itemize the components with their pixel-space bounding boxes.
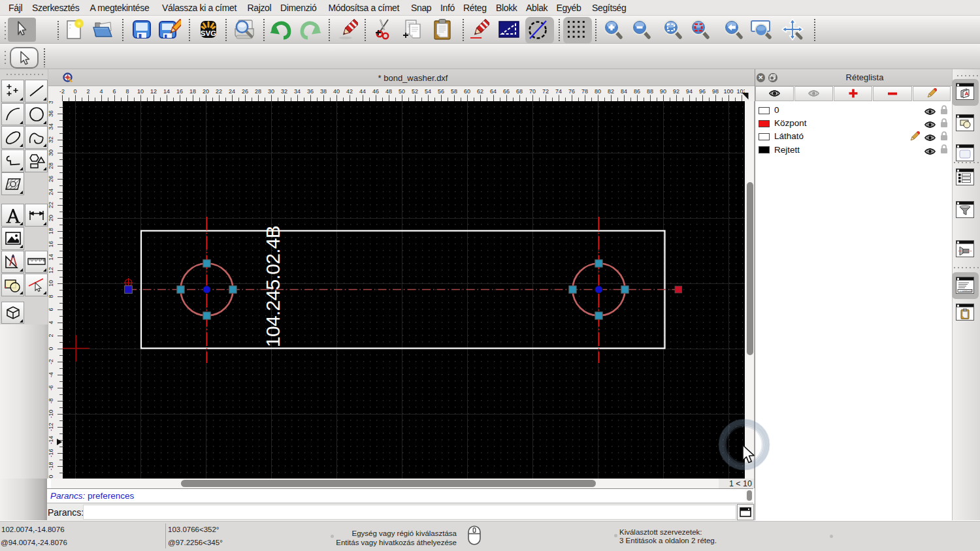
svg-text:36: 36 (307, 88, 314, 95)
svg-text:62: 62 (477, 88, 483, 95)
svg-text:6: 6 (48, 307, 54, 311)
svg-text:86: 86 (634, 88, 640, 95)
svg-text:38: 38 (48, 101, 54, 104)
svg-text:60: 60 (464, 88, 470, 95)
svg-text:74: 74 (555, 88, 562, 95)
svg-text:0: 0 (73, 88, 76, 95)
svg-text:-10: -10 (48, 409, 54, 418)
svg-text:96: 96 (699, 88, 706, 95)
svg-text:-18: -18 (48, 462, 54, 470)
svg-text:-4: -4 (48, 372, 54, 377)
svg-text:-2: -2 (48, 359, 54, 364)
svg-text:38: 38 (320, 88, 327, 95)
svg-text:28: 28 (255, 88, 261, 95)
svg-text:8: 8 (125, 88, 129, 95)
svg-text:54: 54 (425, 88, 431, 95)
svg-text:84: 84 (621, 88, 627, 95)
svg-text:40: 40 (333, 88, 340, 95)
svg-text:4: 4 (99, 88, 103, 95)
svg-text:30: 30 (48, 150, 54, 156)
svg-text:80: 80 (595, 88, 601, 95)
svg-text:66: 66 (503, 88, 510, 95)
svg-text:10: 10 (48, 280, 54, 287)
svg-text:32: 32 (281, 88, 287, 95)
svg-text:12: 12 (150, 88, 157, 95)
svg-text:76: 76 (568, 88, 575, 95)
svg-text:22: 22 (48, 202, 54, 208)
svg-text:42: 42 (346, 88, 353, 95)
svg-text:20: 20 (203, 88, 209, 95)
svg-text:SVG: SVG (201, 29, 216, 37)
svg-text:34: 34 (294, 88, 301, 95)
svg-text:0: 0 (48, 347, 54, 350)
svg-text:46: 46 (372, 88, 379, 95)
svg-text:32: 32 (48, 136, 54, 143)
svg-text:30: 30 (268, 88, 274, 95)
svg-text:6: 6 (112, 88, 116, 95)
svg-text:20: 20 (48, 215, 54, 221)
svg-text:-12: -12 (48, 422, 54, 431)
svg-text:14: 14 (48, 254, 54, 260)
svg-text:68: 68 (516, 88, 523, 95)
svg-text:78: 78 (581, 88, 588, 95)
svg-text:16: 16 (176, 88, 183, 95)
svg-text:70: 70 (529, 88, 536, 95)
svg-text:82: 82 (608, 88, 614, 95)
svg-text:90: 90 (660, 88, 666, 95)
svg-text:22: 22 (216, 88, 222, 95)
svg-text:2: 2 (86, 88, 90, 95)
svg-text:-16: -16 (48, 449, 54, 457)
svg-text:-6: -6 (48, 385, 54, 390)
svg-text:36: 36 (48, 110, 54, 117)
svg-text:18: 18 (189, 88, 196, 95)
svg-text:24: 24 (229, 88, 235, 95)
svg-text:72: 72 (542, 88, 549, 95)
svg-text:24: 24 (48, 189, 54, 195)
svg-text:98: 98 (712, 88, 719, 95)
svg-text:56: 56 (438, 88, 444, 95)
svg-text:-8: -8 (48, 398, 54, 403)
svg-text:12: 12 (48, 267, 54, 274)
svg-text:16: 16 (48, 241, 54, 247)
svg-text:48: 48 (385, 88, 392, 95)
svg-text:88: 88 (647, 88, 653, 95)
svg-text:28: 28 (48, 163, 54, 169)
svg-text:c command: c command (960, 290, 972, 292)
svg-text:14: 14 (163, 88, 170, 95)
svg-text:4: 4 (48, 321, 54, 324)
svg-text:8: 8 (48, 294, 54, 298)
svg-text:44: 44 (359, 88, 366, 95)
svg-text:10: 10 (137, 88, 144, 95)
svg-text:52: 52 (412, 88, 418, 95)
svg-text:92: 92 (673, 88, 679, 95)
svg-text:18: 18 (48, 228, 54, 234)
svg-text:26: 26 (242, 88, 248, 95)
svg-text:26: 26 (48, 176, 54, 182)
svg-text:58: 58 (451, 88, 457, 95)
svg-text:64: 64 (490, 88, 497, 95)
svg-text:104.245.02.4B: 104.245.02.4B (262, 226, 284, 347)
svg-text:100: 100 (723, 88, 733, 95)
svg-text:34: 34 (48, 123, 54, 130)
svg-text:-2: -2 (59, 88, 65, 95)
svg-text:50: 50 (399, 88, 405, 95)
svg-text:2: 2 (48, 334, 54, 337)
svg-text:-14: -14 (48, 435, 54, 444)
svg-text:94: 94 (686, 88, 693, 95)
